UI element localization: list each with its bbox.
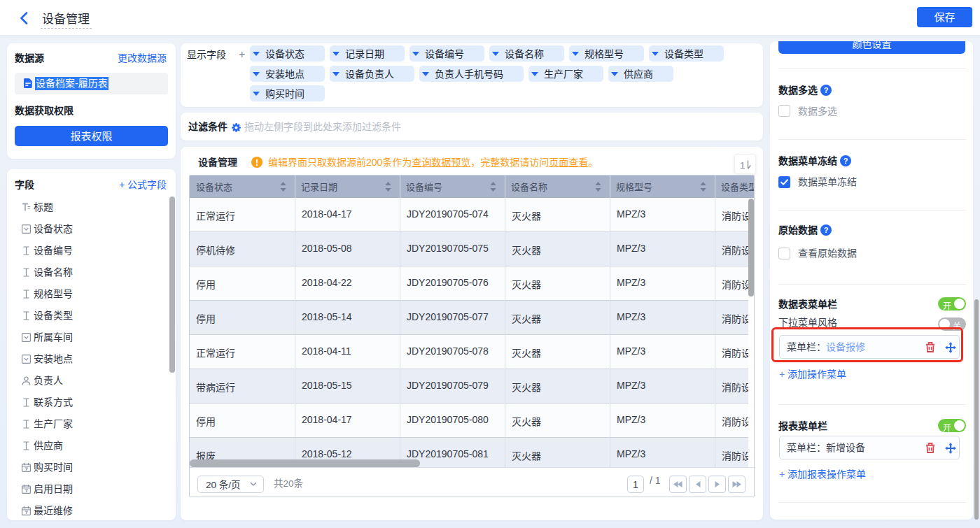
svg-text:?: ? (844, 157, 848, 165)
svg-text:?: ? (824, 86, 829, 94)
svg-text:1: 1 (740, 160, 746, 171)
svg-text:?: ? (824, 226, 829, 234)
